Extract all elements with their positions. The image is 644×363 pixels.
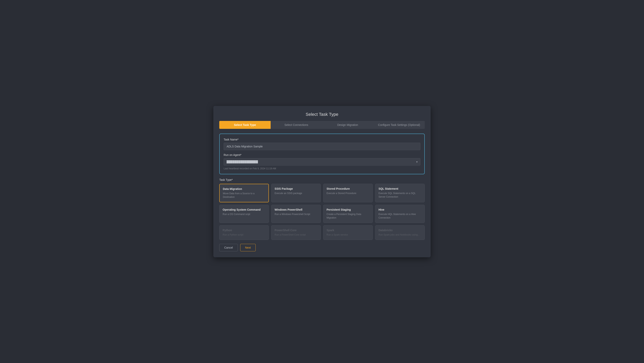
- task-card-title-persistent-staging: Persistent Staging: [326, 208, 370, 211]
- run-on-agent-label: Run on Agent*: [224, 153, 420, 156]
- task-card-title-os-command: Operating System Command: [223, 208, 266, 211]
- task-card-desc-databricks: Run Spark jobs and Notebooks using...: [378, 233, 421, 236]
- task-card-stored-procedure[interactable]: Stored ProcedureExecute a Stored Procedu…: [323, 184, 373, 202]
- task-card-title-ssis-package: SSIS Package: [274, 187, 318, 190]
- task-card-desc-spark: Run a Spark service: [326, 233, 370, 236]
- cancel-button[interactable]: Cancel: [219, 244, 238, 251]
- task-card-desc-python: Run a Python script: [223, 233, 266, 236]
- heartbeat-text: Last heartbeat recorded on Feb 9, 2024 1…: [224, 167, 420, 170]
- task-card-sql-statement[interactable]: SQL StatementExecute SQL Statements on a…: [375, 184, 425, 202]
- next-button[interactable]: Next: [240, 244, 256, 251]
- task-card-powershell-core[interactable]: PowerShell CoreRun a PowerShell Core scr…: [271, 225, 321, 240]
- task-card-spark[interactable]: SparkRun a Spark service: [323, 225, 373, 240]
- modal-container: Select Task Type Select Task TypeSelect …: [213, 106, 431, 257]
- task-card-title-databricks: Databricks: [378, 229, 421, 232]
- tab-select-task-type[interactable]: Select Task Type: [219, 121, 271, 129]
- task-card-desc-stored-procedure: Execute a Stored Procedure: [326, 192, 370, 195]
- task-card-desc-windows-powershell: Run a Windows Powershell Script: [274, 212, 318, 216]
- task-card-windows-powershell[interactable]: Windows PowerShellRun a Windows Powershe…: [271, 205, 321, 223]
- task-card-persistent-staging[interactable]: Persistent StagingCreate a Persistent St…: [323, 205, 373, 223]
- task-card-desc-sql-statement: Execute SQL Statements on a SQL Server C…: [378, 192, 421, 198]
- task-card-title-data-migration: Data Migration: [223, 187, 265, 190]
- task-type-section: Task Type* Data MigrationMove Data from …: [219, 178, 425, 240]
- task-card-hive[interactable]: HiveExecute HQL Statements on a Hive Con…: [375, 205, 425, 223]
- agent-select-wrapper: ████████████████ ▾: [224, 158, 420, 166]
- task-name-input[interactable]: [224, 143, 420, 150]
- task-card-title-stored-procedure: Stored Procedure: [326, 187, 370, 190]
- task-card-title-sql-statement: SQL Statement: [378, 187, 421, 190]
- task-card-data-migration[interactable]: Data MigrationMove Data from a Source to…: [219, 184, 269, 202]
- task-card-desc-persistent-staging: Create a Persistent Staging Data Migrati…: [326, 212, 370, 220]
- task-card-desc-os-command: Run a OS Command scipt: [223, 212, 266, 216]
- task-card-title-windows-powershell: Windows PowerShell: [274, 208, 318, 211]
- tab-configure-task-settings[interactable]: Configure Task Settings (Optional): [373, 121, 425, 129]
- task-type-grid: Data MigrationMove Data from a Source to…: [219, 184, 425, 240]
- task-card-ssis-package[interactable]: SSIS PackageExecute an SSIS package: [271, 184, 321, 202]
- task-info-section: Task Name* Run on Agent* ███████████████…: [219, 134, 425, 174]
- task-card-python[interactable]: PythonRun a Python script: [219, 225, 269, 240]
- task-card-title-powershell-core: PowerShell Core: [274, 229, 318, 232]
- task-card-title-spark: Spark: [326, 229, 370, 232]
- task-name-label: Task Name*: [224, 138, 420, 141]
- task-card-desc-ssis-package: Execute an SSIS package: [274, 192, 318, 195]
- tab-design-migration[interactable]: Design Migration: [322, 121, 373, 129]
- task-card-databricks[interactable]: DatabricksRun Spark jobs and Notebooks u…: [375, 225, 425, 240]
- task-card-os-command[interactable]: Operating System CommandRun a OS Command…: [219, 205, 269, 223]
- task-card-title-hive: Hive: [378, 208, 421, 211]
- task-card-desc-powershell-core: Run a PowerShell Core script: [274, 233, 318, 236]
- tab-select-connections[interactable]: Select Connections: [271, 121, 322, 129]
- task-type-label: Task Type*: [219, 178, 425, 182]
- wizard-tabs: Select Task TypeSelect ConnectionsDesign…: [219, 121, 425, 129]
- agent-select[interactable]: ████████████████: [224, 158, 420, 166]
- task-card-title-python: Python: [223, 229, 266, 232]
- modal-title: Select Task Type: [219, 112, 425, 117]
- task-card-desc-hive: Execute HQL Statements on a Hive Connect…: [378, 212, 421, 220]
- footer-buttons: Cancel Next: [219, 244, 425, 251]
- task-card-desc-data-migration: Move Data from a Source to a Destination: [223, 192, 265, 199]
